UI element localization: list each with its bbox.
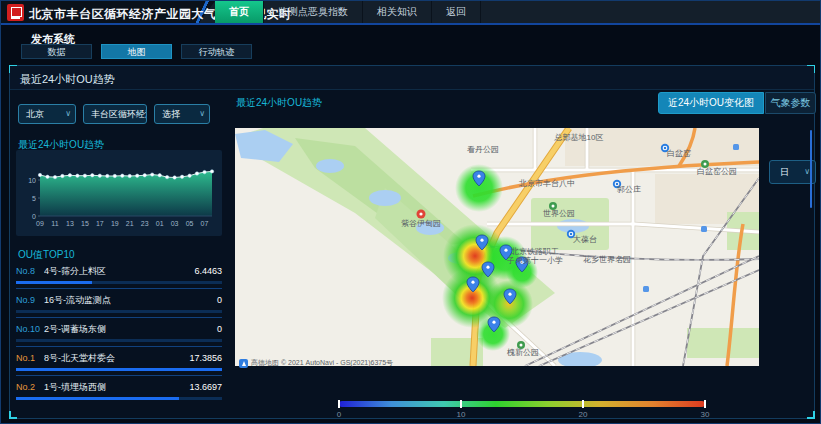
app-screen: 北京市丰台区循环经济产业园大气恶臭状况实时 首页监测点恶臭指数相关知识返回 发布… bbox=[0, 0, 821, 424]
map-place-label: 北京铁路职工 bbox=[510, 247, 559, 256]
station-name: 4号-筛分上料区 bbox=[44, 265, 194, 278]
period-select[interactable]: 日 ∨ bbox=[769, 160, 816, 184]
amap-logo-icon bbox=[239, 359, 248, 368]
ou-value: 0 bbox=[217, 295, 222, 305]
map-attribution: 高德地图 © 2021 AutoNavi - GS(2021)6375号 bbox=[239, 358, 393, 368]
value-bar-track bbox=[16, 397, 222, 400]
ou-value: 13.6697 bbox=[189, 382, 222, 392]
legend-tick-mark bbox=[704, 400, 706, 408]
nav-item[interactable]: 监测点恶臭指数 bbox=[264, 1, 363, 23]
legend-tick-label: 20 bbox=[579, 410, 588, 419]
nav-item[interactable]: 相关知识 bbox=[363, 1, 432, 23]
svg-text:07: 07 bbox=[201, 220, 209, 227]
header: 北京市丰台区循环经济产业园大气恶臭状况实时 首页监测点恶臭指数相关知识返回 bbox=[1, 1, 821, 25]
map-place-label: 花乡世界名园 bbox=[583, 255, 631, 264]
svg-text:23: 23 bbox=[141, 220, 149, 227]
map-attribution-text: 高德地图 © 2021 AutoNavi - GS(2021)6375号 bbox=[251, 358, 393, 368]
ou-top-list: No.84号-筛分上料区6.4463No.916号-流动监测点0No.102号-… bbox=[16, 260, 222, 405]
scrollbar[interactable] bbox=[810, 130, 812, 208]
legend-tick-mark bbox=[338, 400, 340, 408]
station-select[interactable]: 选择 ∨ bbox=[154, 104, 210, 124]
rank-label: No.10 bbox=[16, 324, 44, 334]
panel-header: 最近24小时OU趋势 bbox=[10, 66, 814, 90]
map-section-label: 最近24小时OU趋势 bbox=[236, 96, 322, 110]
value-bar-fill bbox=[16, 281, 92, 284]
nav-item[interactable]: 首页 bbox=[215, 1, 264, 23]
rank-label: No.1 bbox=[16, 353, 44, 363]
svg-text:11: 11 bbox=[51, 220, 58, 227]
top-list-row: No.21号-填埋场西侧13.6697 bbox=[16, 376, 222, 405]
svg-text:05: 05 bbox=[186, 220, 194, 227]
park-select[interactable]: 丰台区循环经济产 ∨ bbox=[83, 104, 147, 124]
top-list-row: No.18号-北天堂村委会17.3856 bbox=[16, 347, 222, 376]
publish-tab[interactable]: 地图 bbox=[101, 44, 172, 59]
rank-label: No.8 bbox=[16, 266, 44, 276]
value-bar-track bbox=[16, 281, 222, 284]
svg-text:03: 03 bbox=[171, 220, 179, 227]
svg-text:0: 0 bbox=[32, 213, 36, 220]
trend-chart-svg: 0510091113151719212301030507 bbox=[16, 150, 222, 236]
map-place-label: 总部基地10区 bbox=[554, 133, 604, 142]
value-bar-track bbox=[16, 310, 222, 313]
station-name: 1号-填埋场西侧 bbox=[44, 381, 189, 394]
value-bar-fill bbox=[16, 397, 179, 400]
top-list-row: No.102号-调蓄场东侧0 bbox=[16, 318, 222, 347]
value-bar-track bbox=[16, 368, 222, 371]
map-place-label: 北京市丰台八中 bbox=[518, 179, 575, 188]
map-place-label: 看丹公园 bbox=[467, 145, 499, 154]
ou-color-legend: 0102030 bbox=[339, 401, 705, 417]
main-nav: 首页监测点恶臭指数相关知识返回 bbox=[215, 1, 481, 23]
svg-text:09: 09 bbox=[36, 220, 44, 227]
map-place-label: 槐新公园 bbox=[506, 348, 539, 357]
legend-tick-mark bbox=[582, 400, 584, 408]
map[interactable]: 看丹公园总部基地10区白盆窑白盆窑公园北京市丰台八中郭公庄世界公园大葆台紫谷伊甸… bbox=[235, 128, 759, 366]
chevron-down-icon: ∨ bbox=[136, 105, 142, 123]
station-name: 16号-流动监测点 bbox=[44, 294, 217, 307]
station-name: 8号-北天堂村委会 bbox=[44, 352, 189, 365]
ou-value: 6.4463 bbox=[194, 266, 222, 276]
top-list-row: No.916号-流动监测点0 bbox=[16, 289, 222, 318]
nav-item[interactable]: 返回 bbox=[432, 1, 481, 23]
publish-tab[interactable]: 行动轨迹 bbox=[181, 44, 252, 59]
rank-label: No.9 bbox=[16, 295, 44, 305]
publish-tab[interactable]: 数据 bbox=[21, 44, 92, 59]
svg-text:10: 10 bbox=[28, 177, 36, 184]
region-select-value: 北京 bbox=[26, 109, 44, 119]
panel-corner bbox=[9, 411, 17, 419]
value-bar-fill bbox=[16, 368, 222, 371]
panel-title: 最近24小时OU趋势 bbox=[20, 72, 115, 87]
panel-corner bbox=[807, 411, 815, 419]
publish-tabs: 数据地图行动轨迹 bbox=[21, 44, 252, 59]
top-list-row: No.84号-筛分上料区6.4463 bbox=[16, 260, 222, 289]
ou-change-chart-button[interactable]: 近24小时OU变化图 bbox=[658, 92, 764, 114]
legend-tick-label: 0 bbox=[337, 410, 341, 419]
main-panel: 最近24小时OU趋势 北京 ∨ 丰台区循环经济产 ∨ 选择 ∨ 最近24小时OU… bbox=[9, 65, 815, 419]
region-select[interactable]: 北京 ∨ bbox=[18, 104, 76, 124]
map-place-label: 白盆窑公园 bbox=[697, 167, 737, 176]
map-place-label: 子弟第十一小学 bbox=[506, 256, 563, 265]
map-place-label: 大葆台 bbox=[573, 235, 597, 244]
legend-gradient-bar bbox=[339, 401, 705, 407]
legend-tick-label: 30 bbox=[701, 410, 710, 419]
chevron-down-icon: ∨ bbox=[65, 105, 71, 123]
ou-value: 17.3856 bbox=[189, 353, 222, 363]
app-logo bbox=[7, 4, 24, 21]
value-bar-track bbox=[16, 339, 222, 342]
svg-text:19: 19 bbox=[111, 220, 119, 227]
svg-text:15: 15 bbox=[81, 220, 89, 227]
map-place-label: 世界公园 bbox=[543, 209, 575, 218]
svg-text:21: 21 bbox=[126, 220, 134, 227]
svg-text:5: 5 bbox=[32, 195, 36, 202]
map-place-label: 紫谷伊甸园 bbox=[401, 219, 441, 228]
filter-row: 北京 ∨ 丰台区循环经济产 ∨ 选择 ∨ bbox=[18, 104, 210, 124]
ou-value: 0 bbox=[217, 324, 222, 334]
map-canvas: 看丹公园总部基地10区白盆窑白盆窑公园北京市丰台八中郭公庄世界公园大葆台紫谷伊甸… bbox=[235, 128, 759, 366]
weather-params-button[interactable]: 气象参数 bbox=[765, 92, 816, 114]
map-place-label: 郭公庄 bbox=[617, 185, 641, 194]
svg-text:17: 17 bbox=[96, 220, 104, 227]
trend-chart: 0510091113151719212301030507 bbox=[16, 150, 222, 236]
svg-text:01: 01 bbox=[156, 220, 164, 227]
period-select-value: 日 bbox=[780, 167, 789, 177]
station-name: 2号-调蓄场东侧 bbox=[44, 323, 217, 336]
map-place-label: 白盆窑 bbox=[667, 149, 691, 158]
